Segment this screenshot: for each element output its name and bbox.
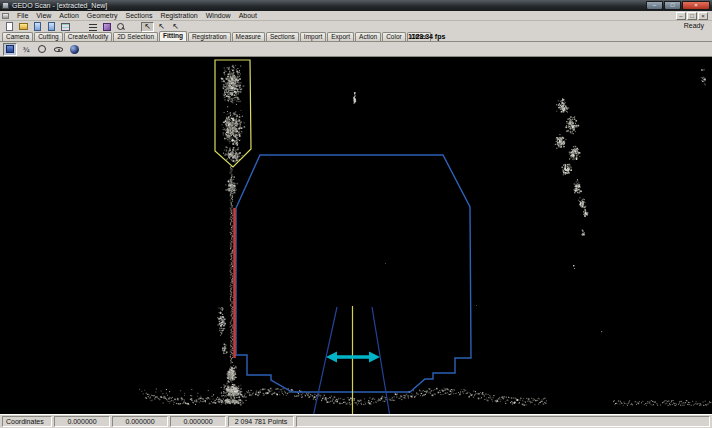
tab-export[interactable]: Export — [327, 32, 354, 41]
select-arrow-icon: ↖ — [158, 23, 165, 31]
table-view-button[interactable] — [59, 22, 72, 32]
menu-geometry[interactable]: Geometry — [83, 11, 122, 20]
point-cloud-viewport[interactable] — [0, 57, 712, 414]
coordinates-label: Coordinates — [2, 416, 52, 427]
import-doc-button[interactable] — [31, 22, 44, 32]
object-button[interactable] — [100, 22, 113, 32]
coordinate-z-value: 0.000000 — [170, 416, 226, 427]
list-button[interactable] — [86, 22, 99, 32]
mdi-restore-button[interactable]: □ — [687, 12, 697, 20]
tab-camera[interactable]: Camera — [2, 32, 33, 41]
render-sphere-button[interactable] — [67, 43, 81, 56]
overlay-graphics — [0, 57, 712, 414]
fps-readout: 1123.34 fps — [408, 33, 445, 40]
page-icon — [6, 22, 13, 31]
track-gauge-line-right — [372, 307, 390, 414]
arrowhead-right-icon — [369, 352, 380, 363]
menu-bar: File View Action Geometry Sections Regis… — [0, 11, 712, 21]
ready-status: Ready — [684, 22, 704, 29]
tab-cutting[interactable]: Cutting — [34, 32, 63, 41]
visibility-button[interactable] — [51, 43, 65, 56]
point-count: 2 094 781 Points — [228, 416, 294, 427]
folder-icon — [19, 23, 28, 30]
menu-action[interactable]: Action — [55, 11, 82, 20]
select-mode-button[interactable]: ↖ — [141, 22, 154, 32]
title-bar: GEDO Scan - [extracted_New] – □ × — [0, 0, 712, 11]
tab-action[interactable]: Action — [355, 32, 381, 41]
menu-file[interactable]: File — [13, 11, 32, 20]
cube-icon — [103, 23, 111, 31]
blue-square-icon — [6, 45, 14, 53]
tab-registration[interactable]: Registration — [188, 32, 231, 41]
menu-sections[interactable]: Sections — [122, 11, 157, 20]
menu-registration[interactable]: Registration — [156, 11, 201, 20]
minimize-button[interactable]: – — [646, 1, 663, 10]
select-add-button[interactable]: ↖ — [155, 22, 168, 32]
new-file-button[interactable] — [3, 22, 16, 32]
maximize-button[interactable]: □ — [664, 1, 681, 10]
tab-import[interactable]: Import — [300, 32, 326, 41]
list-icon — [89, 23, 97, 31]
magnifier-icon — [117, 23, 125, 31]
main-toolbar: ↖ ↖ ↖ Ready — [0, 21, 712, 32]
close-button[interactable]: × — [682, 1, 710, 10]
coordinate-x-value: 0.000000 — [54, 416, 110, 427]
menu-view[interactable]: View — [32, 11, 55, 20]
zoom-button[interactable] — [114, 22, 127, 32]
select-remove-button[interactable]: ↖ — [169, 22, 182, 32]
status-bar: Coordinates 0.000000 0.000000 0.000000 2… — [0, 414, 712, 428]
eye-icon — [54, 47, 63, 52]
coordinate-y-value: 0.000000 — [112, 416, 168, 427]
document-icon — [2, 13, 9, 19]
pole-selection-box[interactable] — [215, 60, 251, 167]
circle-tool-button[interactable] — [35, 43, 49, 56]
app-icon — [2, 2, 9, 9]
tab-strip: Camera Cutting Create/Modify 2D Selectio… — [0, 32, 712, 42]
grid-icon — [61, 23, 70, 31]
select-arrow-icon: ↖ — [172, 23, 179, 31]
blue-doc-icon — [48, 22, 55, 31]
fraction-icon: ¾ — [23, 45, 30, 54]
circle-icon — [38, 45, 46, 53]
fraction-view-button[interactable]: ¾ — [19, 43, 33, 56]
mdi-close-button[interactable]: × — [698, 12, 708, 20]
status-filler — [296, 416, 710, 427]
tab-fitting[interactable]: Fitting — [159, 31, 187, 41]
blue-doc-icon — [34, 22, 41, 31]
sphere-icon — [70, 45, 79, 54]
tab-measure[interactable]: Measure — [232, 32, 265, 41]
tab-sections[interactable]: Sections — [266, 32, 299, 41]
open-file-button[interactable] — [17, 22, 30, 32]
tab-create-modify[interactable]: Create/Modify — [64, 32, 112, 41]
export-doc-button[interactable] — [45, 22, 58, 32]
tab-color[interactable]: Color — [382, 32, 406, 41]
selection-mode-button[interactable] — [3, 43, 17, 56]
window-title: GEDO Scan - [extracted_New] — [12, 2, 107, 9]
menu-about[interactable]: About — [235, 11, 261, 20]
view-toolbar: ¾ — [0, 42, 712, 57]
tab-2d-selection[interactable]: 2D Selection — [113, 32, 158, 41]
mdi-minimize-button[interactable]: – — [676, 12, 686, 20]
menu-window[interactable]: Window — [202, 11, 235, 20]
select-arrow-icon: ↖ — [144, 23, 151, 31]
arrowhead-left-icon — [326, 352, 337, 363]
